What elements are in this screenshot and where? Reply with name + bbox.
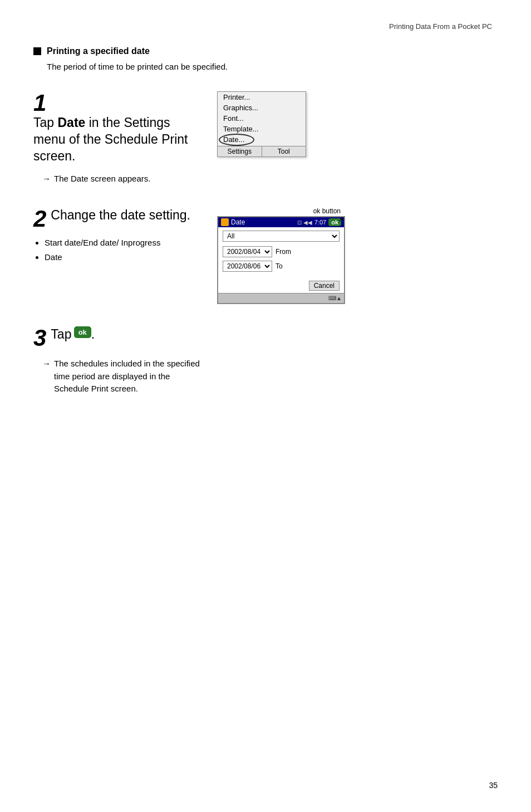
- step-2-text: Change the date setting.: [51, 207, 190, 224]
- step-3-row: 3 Tap ok . → The schedules included in t…: [33, 326, 498, 395]
- step-3-text-dot: .: [91, 326, 95, 343]
- step-1-result: → The Date screen appears.: [42, 173, 200, 185]
- step-3-left: 3 Tap ok . → The schedules included in t…: [33, 326, 200, 395]
- menu-item-date: Date...: [218, 134, 306, 145]
- step-1-arrow: →: [42, 173, 51, 185]
- step-3-header: 3 Tap ok .: [33, 326, 200, 350]
- menu-tab-settings: Settings: [218, 146, 262, 156]
- step-1-result-text: → The Date screen appears.: [42, 173, 200, 185]
- ppc-to-row: 2002/08/06 To: [223, 261, 340, 272]
- step-1-text-before: Tap: [33, 115, 57, 130]
- step-1-result-body: The Date screen appears.: [54, 173, 150, 185]
- menu-item-graphics: Graphics...: [218, 102, 306, 113]
- page-header: Printing Data From a Pocket PC: [33, 22, 498, 31]
- step-2-right: ok button ↗ Date ⊡ ◀◀ 7:07 ok: [217, 207, 498, 304]
- ok-annotation-arrow-icon: ↗: [338, 215, 344, 223]
- ppc-from-date-select[interactable]: 2002/08/04: [223, 246, 272, 257]
- step-3-result: → The schedules included in the specifie…: [42, 358, 200, 395]
- step-3-arrow: →: [42, 358, 51, 370]
- settings-menu-screenshot: Printer... Graphics... Font... Template.…: [217, 91, 306, 157]
- step-1-right: Printer... Graphics... Font... Template.…: [217, 91, 498, 157]
- menu-item-template: Template...: [218, 124, 306, 134]
- ppc-cancel-button[interactable]: Cancel: [309, 281, 340, 291]
- ppc-titlebar-left: Date: [221, 218, 245, 226]
- ppc-titlebar: Date ⊡ ◀◀ 7:07 ok: [218, 217, 344, 227]
- step-2-number: 2: [33, 207, 46, 231]
- step-3-number: 3: [33, 326, 46, 350]
- menu-item-printer: Printer...: [218, 92, 306, 102]
- ppc-footer: Cancel: [218, 278, 344, 293]
- step-1-text: Tap Date in the Settings menu of the Sch…: [33, 115, 200, 165]
- step-3-text-tap: Tap: [51, 326, 71, 343]
- step-2-header: 2 Change the date setting.: [33, 207, 200, 231]
- ppc-from-label: From: [276, 248, 291, 256]
- menu-tab-tool: Tool: [262, 146, 306, 156]
- page-header-title: Printing Data From a Pocket PC: [389, 22, 492, 31]
- step-1-number: 1: [33, 91, 46, 115]
- step-2-row: 2 Change the date setting. Start date/En…: [33, 207, 498, 304]
- ppc-titlebar-right: ⊡ ◀◀ 7:07 ok: [297, 218, 341, 226]
- step-2-left: 2 Change the date setting. Start date/En…: [33, 207, 200, 265]
- step-1-header: 1 Tap Date in the Settings menu of the S…: [33, 91, 200, 165]
- ppc-all-select[interactable]: All: [223, 231, 340, 242]
- ppc-content: All 2002/08/04 From 2002/08/06 To: [218, 227, 344, 278]
- section-title-block: Printing a specified date: [33, 46, 498, 56]
- section-title-text: Printing a specified date: [47, 46, 150, 56]
- steps-container: 1 Tap Date in the Settings menu of the S…: [33, 91, 498, 418]
- page-number: 35: [489, 781, 498, 790]
- ppc-bottom-bar: ⌨▲: [218, 293, 344, 303]
- section-subtitle: The period of time to be printed can be …: [47, 62, 498, 71]
- ok-annotation-label: ok button: [217, 207, 351, 215]
- ppc-title: Date: [231, 218, 245, 226]
- ppc-time: 7:07: [314, 219, 326, 226]
- menu-item-font: Font...: [218, 113, 306, 124]
- ppc-status-icons: ⊡ ◀◀: [297, 219, 312, 226]
- step-3-ok-button[interactable]: ok: [74, 326, 91, 338]
- ppc-keyboard-icon: ⌨▲: [328, 295, 342, 301]
- step-3-result-text: → The schedules included in the specifie…: [42, 358, 200, 395]
- ppc-to-label: To: [276, 262, 283, 270]
- step-3-result-body: The schedules included in the specified …: [54, 358, 200, 395]
- ppc-select-row: All: [223, 231, 340, 242]
- ppc-from-row: 2002/08/04 From: [223, 246, 340, 257]
- menu-tabs: Settings Tool: [218, 146, 306, 156]
- ok-annotation-wrapper: ok button ↗: [217, 207, 351, 216]
- step-1-row: 1 Tap Date in the Settings menu of the S…: [33, 91, 498, 185]
- step-2-bullet-1: Start date/End date/ Inprogress: [45, 236, 200, 250]
- step-2-bullet-2: Date: [45, 251, 200, 264]
- ppc-app-icon: [221, 218, 229, 226]
- ppc-to-date-select[interactable]: 2002/08/06: [223, 261, 272, 272]
- section-bullet: [33, 47, 41, 55]
- step-1-bold: Date: [57, 115, 85, 130]
- step-1-left: 1 Tap Date in the Settings menu of the S…: [33, 91, 200, 185]
- date-screen-window: Date ⊡ ◀◀ 7:07 ok All: [217, 216, 345, 304]
- step-2-bullets: Start date/End date/ Inprogress Date: [45, 236, 200, 264]
